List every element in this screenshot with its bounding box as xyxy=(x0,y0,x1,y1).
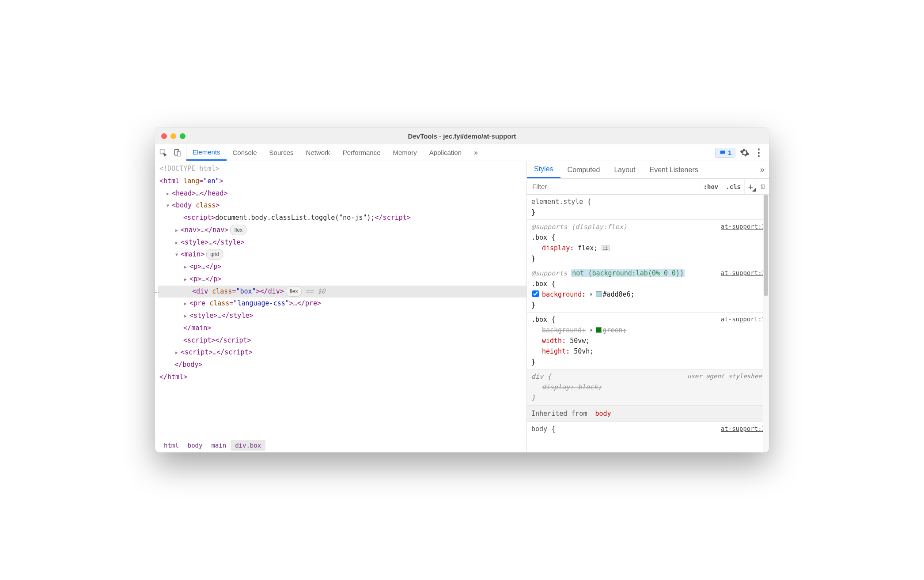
dom-line[interactable]: <html lang="en"> xyxy=(158,175,526,188)
rule-user-agent[interactable]: user agent stylesheet div { display: blo… xyxy=(527,369,769,405)
dom-line[interactable]: <!DOCTYPE html> xyxy=(158,163,526,175)
dom-tree[interactable]: <!DOCTYPE html> <html lang="en"> ▶<head>… xyxy=(155,161,526,438)
dom-line[interactable]: <script>document.body.classList.toggle("… xyxy=(158,212,526,224)
supports-condition-highlight: not (background:lab(0% 0 0)) xyxy=(571,269,685,277)
tab-application[interactable]: Application xyxy=(423,144,468,161)
selector: element.style { xyxy=(531,196,765,207)
inherited-from-bar: Inherited from body xyxy=(527,405,769,422)
rule-box-base[interactable]: at-support:1 .box { background: green; w… xyxy=(527,313,769,369)
dom-line[interactable]: ▶<style>…</style> xyxy=(158,310,526,322)
device-toggle-icon[interactable] xyxy=(173,148,182,158)
tabs-overflow-icon[interactable]: » xyxy=(468,144,484,161)
gear-icon[interactable] xyxy=(740,148,750,158)
inherited-label: Inherited from xyxy=(531,410,587,418)
current-element-marker: == $0 xyxy=(305,287,325,295)
styles-tabs-overflow-icon[interactable]: » xyxy=(756,161,769,178)
tab-styles[interactable]: Styles xyxy=(527,161,560,178)
dom-line[interactable]: ▶<head>…</head> xyxy=(158,188,526,200)
layout-badge[interactable]: flex xyxy=(286,286,302,297)
crumb[interactable]: main xyxy=(207,440,231,451)
source-link[interactable]: at-support:1 xyxy=(721,314,765,324)
prop-toggle-checkbox[interactable] xyxy=(532,290,539,297)
panel-tabs: Elements Console Sources Network Perform… xyxy=(186,144,484,161)
css-prop-line[interactable]: width: 50vw; xyxy=(531,335,765,346)
tab-console[interactable]: Console xyxy=(227,144,263,161)
new-rule-button[interactable]: + xyxy=(744,179,757,194)
window-title: DevTools - jec.fyi/demo/at-support xyxy=(155,132,769,140)
layout-badge[interactable]: grid xyxy=(206,249,223,260)
rule-element-style[interactable]: element.style { } xyxy=(527,195,769,220)
color-swatch[interactable] xyxy=(596,291,602,297)
dom-line-selected[interactable]: <div class="box"></div>flex== $0 xyxy=(158,286,526,298)
tab-sources[interactable]: Sources xyxy=(263,144,300,161)
source-link[interactable]: at-support:1 xyxy=(721,222,765,231)
issues-badge[interactable]: 1 xyxy=(715,148,735,158)
dom-line[interactable]: ▶<script>…</script> xyxy=(158,346,526,359)
css-prop-line[interactable]: background: #add8e6; xyxy=(531,289,765,300)
dom-line[interactable]: ▶<style>…</style> xyxy=(158,237,526,249)
selector: .box { xyxy=(531,234,555,241)
css-prop-line[interactable]: background: green; xyxy=(531,325,765,335)
flex-icon[interactable] xyxy=(602,245,610,251)
toolbar-right: 1 ⋮ xyxy=(710,144,769,161)
brace-close: } xyxy=(531,253,765,264)
dom-line[interactable]: ▶<pre class="language-css">…</pre> xyxy=(158,298,526,310)
tab-memory[interactable]: Memory xyxy=(387,144,423,161)
inspect-icon[interactable] xyxy=(159,148,168,158)
cls-button[interactable]: .cls xyxy=(722,179,744,194)
dom-line[interactable]: ▼<body class> xyxy=(158,200,526,212)
at-supports: @supports xyxy=(531,269,567,277)
computed-sidebar-icon[interactable] xyxy=(757,179,769,194)
rule-body[interactable]: at-support:1 body { xyxy=(527,422,769,436)
kebab-icon[interactable]: ⋮ xyxy=(754,148,764,158)
css-prop-line[interactable]: display: flex; xyxy=(531,243,765,253)
scrollbar[interactable] xyxy=(763,195,769,452)
message-icon xyxy=(719,150,726,156)
dom-line[interactable]: </html> xyxy=(158,371,526,384)
scrollbar-thumb[interactable] xyxy=(764,195,768,296)
elements-panel: <!DOCTYPE html> <html lang="en"> ▶<head>… xyxy=(155,161,527,452)
hov-button[interactable]: :hov xyxy=(700,179,722,194)
dom-line[interactable]: </main> xyxy=(158,322,526,335)
svg-rect-2 xyxy=(177,151,180,156)
dom-line[interactable]: ▼<main>grid xyxy=(158,249,526,261)
tab-elements[interactable]: Elements xyxy=(186,144,227,161)
issues-count: 1 xyxy=(728,149,731,156)
brace-close: } xyxy=(531,392,765,403)
css-prop-line[interactable]: height: 50vh; xyxy=(531,346,765,357)
breadcrumb: html body main div.box xyxy=(155,438,526,452)
layout-badge[interactable]: flex xyxy=(230,225,246,235)
svg-rect-0 xyxy=(160,150,165,154)
crumb[interactable]: html xyxy=(159,440,183,451)
styles-filter-input[interactable] xyxy=(527,183,700,190)
dom-line[interactable]: </body> xyxy=(158,359,526,371)
rule-supports-not-lab[interactable]: at-support:1 @supports not (background:l… xyxy=(527,266,769,313)
tab-performance[interactable]: Performance xyxy=(337,144,387,161)
tab-event-listeners[interactable]: Event Listeners xyxy=(642,161,705,178)
source-link[interactable]: at-support:1 xyxy=(721,268,765,278)
dom-line[interactable]: <script></script> xyxy=(158,335,526,347)
rule-supports-flex[interactable]: at-support:1 @supports (display:flex) .b… xyxy=(527,220,769,266)
tab-computed[interactable]: Computed xyxy=(560,161,607,178)
expand-shorthand-icon[interactable] xyxy=(591,293,594,296)
crumb[interactable]: body xyxy=(183,440,207,451)
css-prop-line[interactable]: display: block; xyxy=(531,382,765,392)
titlebar: DevTools - jec.fyi/demo/at-support xyxy=(155,128,769,144)
crumb[interactable]: div.box xyxy=(231,440,265,451)
brace-close: } xyxy=(531,300,765,310)
dom-line[interactable]: ▶<p>…</p> xyxy=(158,261,526,273)
main-content: <!DOCTYPE html> <html lang="en"> ▶<head>… xyxy=(155,161,769,452)
color-swatch[interactable] xyxy=(596,327,602,333)
tab-network[interactable]: Network xyxy=(300,144,337,161)
styles-panel: Styles Computed Layout Event Listeners »… xyxy=(527,161,769,452)
expand-shorthand-icon[interactable] xyxy=(591,328,594,332)
tab-layout[interactable]: Layout xyxy=(607,161,642,178)
dom-line[interactable]: ▶<p>…</p> xyxy=(158,273,526,286)
brace-close: } xyxy=(531,357,765,367)
selector: .box { xyxy=(531,280,555,288)
source-link[interactable]: at-support:1 xyxy=(721,424,765,433)
inherited-from-element[interactable]: body xyxy=(595,410,611,418)
main-toolbar: Elements Console Sources Network Perform… xyxy=(155,144,769,161)
devtools-window: DevTools - jec.fyi/demo/at-support Eleme… xyxy=(155,128,769,452)
dom-line[interactable]: ▶<nav>…</nav>flex xyxy=(158,224,526,237)
